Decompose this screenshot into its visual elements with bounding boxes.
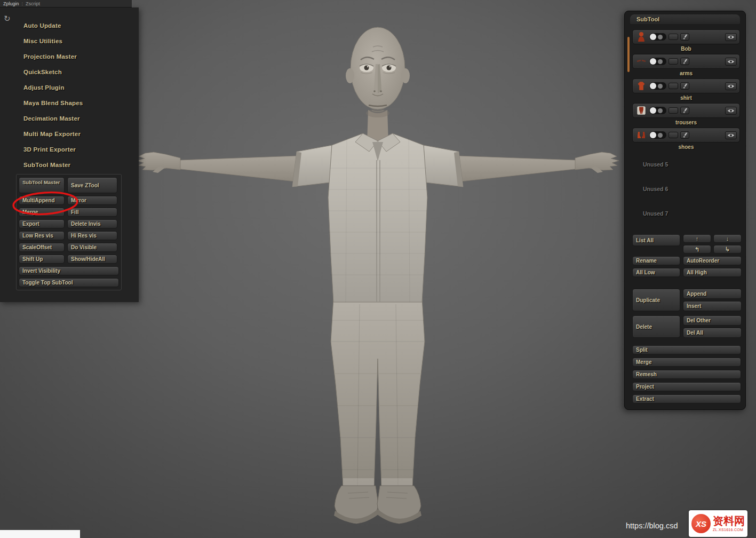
menubar-separator: : <box>22 1 23 6</box>
model-trousers <box>331 298 425 487</box>
paint-brush-icon[interactable] <box>680 33 689 41</box>
subtool-master-button[interactable]: SubTool Master <box>19 177 65 193</box>
logo-name: 资料网 <box>713 516 745 526</box>
uv-toggle[interactable] <box>669 83 678 89</box>
menu-item-projection-master[interactable]: Projection Master <box>0 49 139 64</box>
remesh-button[interactable]: Remesh <box>632 370 741 379</box>
subtool-row-shoes[interactable] <box>632 128 740 143</box>
eye-icon[interactable] <box>725 82 737 90</box>
uv-toggle[interactable] <box>669 34 678 40</box>
toggle-top-subtool-button[interactable]: Toggle Top SubTool <box>19 278 119 287</box>
menu-item-misc-utilities[interactable]: Misc Utilities <box>0 33 139 49</box>
duplicate-button[interactable]: Duplicate <box>632 289 680 311</box>
eye-icon[interactable] <box>725 131 737 139</box>
subtool-thumb-shoes-icon <box>635 129 647 141</box>
subtool-row-bob[interactable] <box>632 29 740 44</box>
subtool-slot-unused-5[interactable]: Unused 5 <box>632 152 740 177</box>
paint-brush-icon[interactable] <box>680 58 689 65</box>
all-high-button[interactable]: All High <box>683 268 742 277</box>
visibility-toggle-icon[interactable] <box>649 58 666 65</box>
move-down-arrow-icon[interactable]: ↓ <box>713 234 742 243</box>
menu-item-decimation-master[interactable]: Decimation Master <box>0 110 139 126</box>
eye-icon[interactable] <box>725 107 737 115</box>
low-res-vis-button[interactable]: Low Res vis <box>19 231 65 240</box>
uv-toggle[interactable] <box>669 132 678 138</box>
export-button[interactable]: Export <box>19 219 65 228</box>
hi-res-vis-button[interactable]: Hi Res vis <box>67 231 117 240</box>
menu-item-auto-update[interactable]: Auto Update <box>0 18 139 33</box>
delete-invis-button[interactable]: Delete Invis <box>67 219 117 228</box>
uv-toggle[interactable] <box>669 58 678 65</box>
del-other-button[interactable]: Del Other <box>683 315 742 326</box>
all-low-button[interactable]: All Low <box>632 268 680 277</box>
eye-icon[interactable] <box>725 33 737 41</box>
visibility-toggle-icon[interactable] <box>649 82 666 90</box>
subtool-slot-unused-7[interactable]: Unused 7 <box>632 201 740 226</box>
subtool-row-trousers[interactable] <box>632 103 740 118</box>
mirror-button[interactable]: Mirror <box>67 196 117 205</box>
menu-item-adjust-plugin[interactable]: Adjust Plugin <box>0 80 139 95</box>
subtool-row-shirt[interactable] <box>632 78 740 93</box>
fill-button[interactable]: Fill <box>67 208 117 217</box>
uv-toggle[interactable] <box>669 107 678 114</box>
subtool-panel-title[interactable]: SubTool <box>630 14 740 24</box>
tab-zscript[interactable]: Zscript <box>26 1 40 6</box>
move-up-arrow-icon[interactable]: ↑ <box>683 234 711 243</box>
model-left-arm <box>137 152 297 181</box>
scaleoffset-button[interactable]: ScaleOffset <box>19 243 65 252</box>
extract-button[interactable]: Extract <box>632 394 741 404</box>
model-shoes <box>334 486 421 524</box>
subtool-thumb-bob-icon <box>635 31 647 43</box>
subtool-row-arms[interactable] <box>632 54 740 69</box>
append-insert-stack: Append Insert <box>683 289 742 311</box>
append-button[interactable]: Append <box>683 289 742 299</box>
subtool-name-shirt: shirt <box>632 93 740 103</box>
list-all-button[interactable]: List All <box>632 234 680 246</box>
autoreorder-button[interactable]: AutoReorder <box>683 256 742 265</box>
tab-zplugin[interactable]: Zplugin <box>3 1 19 6</box>
subtool-name-bob: Bob <box>632 44 740 54</box>
menu-item-subtool-master[interactable]: SubTool Master <box>0 157 139 172</box>
delete-button[interactable]: Delete <box>632 315 680 338</box>
show-hideall-button[interactable]: Show/HideAll <box>67 255 117 264</box>
visibility-toggle-icon[interactable] <box>649 107 666 114</box>
menu-item-3d-print-exporter[interactable]: 3D Print Exporter <box>0 141 139 157</box>
subtool-slot-unused-6[interactable]: Unused 6 <box>632 177 740 201</box>
invert-visibility-button[interactable]: Invert Visibility <box>19 266 119 275</box>
reorder-arrow-pad: ↑ ↓ ↰ ↳ <box>683 234 742 254</box>
move-bottom-arrow-icon[interactable]: ↳ <box>713 245 742 254</box>
split-button[interactable]: Split <box>632 345 741 354</box>
insert-button[interactable]: Insert <box>683 301 742 311</box>
eye-icon[interactable] <box>725 58 737 66</box>
model-head <box>346 27 410 112</box>
multiappend-button[interactable]: MultiAppend <box>19 196 65 205</box>
paint-brush-icon[interactable] <box>680 82 689 90</box>
move-top-arrow-icon[interactable]: ↰ <box>683 245 711 254</box>
merge-subtool-button[interactable]: Merge <box>19 208 65 217</box>
visibility-toggle-icon[interactable] <box>649 33 666 41</box>
save-ztool-button[interactable]: Save ZTool <box>67 177 117 193</box>
subtool-panel: SubTool Bob arms <box>624 11 746 410</box>
watermark-logo: XS 资料网 ZL.XS1616.COM <box>689 510 747 537</box>
menu-item-quicksketch[interactable]: QuickSketch <box>0 64 139 80</box>
subtool-thumb-arms-icon <box>635 56 647 67</box>
del-all-button[interactable]: Del All <box>683 328 742 338</box>
merge-button[interactable]: Merge <box>632 358 741 367</box>
subtool-thumb-shirt-icon <box>635 80 647 92</box>
logo-domain: ZL.XS1616.COM <box>713 528 745 532</box>
menu-item-multi-map-exporter[interactable]: Multi Map Exporter <box>0 126 139 141</box>
scrollbar-thumb[interactable] <box>627 37 630 72</box>
shift-up-button[interactable]: Shift Up <box>19 255 65 264</box>
project-button[interactable]: Project <box>632 382 741 391</box>
visibility-toggle-icon[interactable] <box>649 131 666 139</box>
page-edge-strip <box>0 530 80 538</box>
paint-brush-icon[interactable] <box>680 107 689 114</box>
rename-button[interactable]: Rename <box>632 256 680 265</box>
logo-xs-icon: XS <box>691 514 711 533</box>
subtool-thumb-trousers-icon <box>635 105 647 116</box>
menu-item-maya-blend-shapes[interactable]: Maya Blend Shapes <box>0 95 139 110</box>
refresh-icon[interactable]: ↻ <box>4 14 11 22</box>
paint-brush-icon[interactable] <box>680 131 689 139</box>
do-visible-button[interactable]: Do Visible <box>67 243 117 252</box>
subtool-name-trousers: trousers <box>632 118 740 128</box>
